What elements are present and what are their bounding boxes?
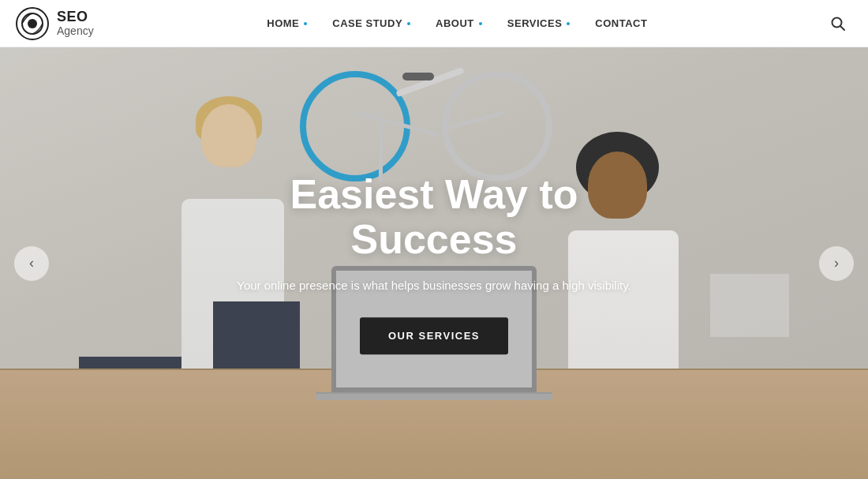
prev-slide-button[interactable]: ‹ [14,246,49,281]
header: SEO Agency HOMECASE STUDYABOUTSERVICESCO… [0,0,868,47]
nav-item-home[interactable]: HOME [254,17,320,29]
nav-item-about[interactable]: ABOUT [423,17,495,29]
logo-agency-text: Agency [57,25,94,37]
svg-point-2 [28,19,37,28]
next-slide-button[interactable]: › [819,246,854,281]
logo-seo-text: SEO [57,9,94,25]
nav-item-services[interactable]: SERVICES [495,17,583,29]
main-nav: HOMECASE STUDYABOUTSERVICESCONTACT [254,17,660,29]
svg-point-3 [832,17,841,27]
nav-item-case-study[interactable]: CASE STUDY [320,17,423,29]
hero-title: Easiest Way to Success [237,172,631,262]
nav-separator-dot [304,22,307,25]
prev-arrow-icon: ‹ [29,255,34,271]
hero-content: Easiest Way to Success Your online prese… [237,172,631,354]
nav-separator-dot [479,22,482,25]
search-button[interactable] [827,13,849,35]
hero-section: ‹ › Easiest Way to Success Your online p… [0,47,868,479]
nav-separator-dot [567,22,570,25]
logo[interactable]: SEO Agency [16,7,94,40]
nav-item-contact[interactable]: CONTACT [582,17,660,29]
nav-separator-dot [407,22,410,25]
search-icon [830,16,846,32]
logo-icon [16,7,49,40]
next-arrow-icon: › [834,255,839,271]
logo-text: SEO Agency [57,9,94,37]
hero-subtitle: Your online presence is what helps busin… [237,276,631,295]
our-services-button[interactable]: OUR SERVICES [360,317,508,354]
